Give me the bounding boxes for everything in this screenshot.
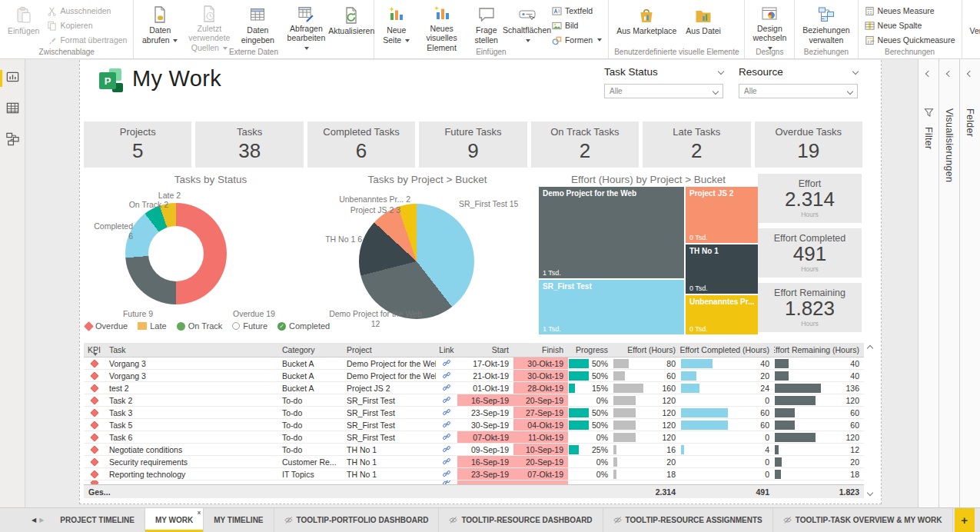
- treemap-node-sr-first-test[interactable]: SR_First Test 1 Tsd.: [539, 280, 684, 334]
- column-header-category[interactable]: Category: [277, 343, 342, 357]
- slicer-header[interactable]: Task Status: [604, 64, 723, 79]
- chevron-down-icon[interactable]: [713, 88, 719, 94]
- link-cell[interactable]: [436, 431, 457, 443]
- schaltflächen-button[interactable]: Schaltflächen: [506, 2, 548, 46]
- table-row[interactable]: Task 2 To-do SR_First Test 16-Sep-19 20-…: [84, 394, 864, 407]
- link-cell[interactable]: [436, 407, 457, 418]
- link-cell[interactable]: [436, 444, 457, 455]
- card-effort[interactable]: Effort 2.314 Hours: [758, 174, 862, 223]
- link-cell[interactable]: [436, 419, 457, 431]
- link-icon[interactable]: [442, 420, 451, 431]
- link-icon[interactable]: [442, 432, 451, 443]
- column-header-finish[interactable]: Finish: [513, 343, 568, 357]
- link-cell[interactable]: [436, 370, 457, 381]
- kpi-card-overdue-tasks[interactable]: Overdue Tasks 19: [755, 121, 862, 168]
- link-icon[interactable]: [442, 444, 451, 455]
- aus-marketplace-button[interactable]: Aus Marketplace: [613, 2, 680, 46]
- table-row[interactable]: Security requirements Customer Re... TH …: [84, 456, 864, 468]
- kpi-card-tasks[interactable]: Tasks 38: [195, 121, 303, 168]
- legend-item-overdue[interactable]: Overdue: [85, 321, 128, 331]
- link-icon[interactable]: [442, 371, 451, 381]
- link-icon[interactable]: [442, 395, 451, 406]
- aus-datei-button[interactable]: Aus Datei: [682, 2, 725, 46]
- link-cell[interactable]: [436, 394, 457, 406]
- link-icon[interactable]: [442, 457, 451, 467]
- table-row[interactable]: Reporting technology IT Topics TH No 1 2…: [84, 468, 864, 480]
- neues-visuelles-element-button[interactable]: Neues visuelles Element: [417, 2, 467, 46]
- kpi-card-future-tasks[interactable]: Future Tasks 9: [419, 121, 527, 168]
- design-wechseln-button[interactable]: Design wechseln: [749, 2, 790, 46]
- table-row[interactable]: Negotiate conditions To-do TH No 1 09-Se…: [84, 444, 864, 456]
- report-view-button[interactable]: [0, 68, 25, 88]
- table-row[interactable]: Task 3 To-do SR_First Test 23-Sep-19 27-…: [84, 407, 864, 419]
- neue-seite-button[interactable]: Neue Seite: [378, 2, 415, 46]
- link-cell[interactable]: [436, 382, 457, 394]
- pie-chart[interactable]: [359, 204, 474, 319]
- slicer-header[interactable]: Resource: [739, 64, 858, 79]
- column-header-task[interactable]: Task: [105, 343, 277, 357]
- scroll-up-icon[interactable]: [867, 345, 873, 351]
- new-page-button[interactable]: +: [955, 508, 975, 532]
- treemap-node-project-js-2[interactable]: Project JS 2 0 Tsd.: [686, 187, 758, 243]
- tab-my-work[interactable]: MY WORKx: [145, 508, 204, 532]
- tab-project-timeline[interactable]: PROJECT TIMELINE: [50, 508, 145, 532]
- legend-item-future[interactable]: Future: [232, 321, 267, 331]
- model-view-button[interactable]: [0, 130, 25, 150]
- panel-expand-icon[interactable]: [946, 71, 952, 77]
- column-header-effort-hours[interactable]: Effort (Hours): [613, 343, 680, 357]
- treemap-node-demo-project-for-the-web[interactable]: Demo Project for the Web 1 Tsd.: [539, 187, 684, 278]
- slicer-dropdown[interactable]: Alle: [739, 84, 858, 98]
- column-header-project[interactable]: Project: [342, 343, 436, 357]
- frage-stellen-button[interactable]: Frage stellen: [468, 2, 504, 46]
- tab-nav-forward-icon[interactable]: ▶: [39, 517, 44, 524]
- column-header-kpi[interactable]: KPI: [84, 343, 105, 357]
- treemap-node-th-no-1[interactable]: TH No 1 0 Tsd.: [686, 244, 758, 294]
- neues-quickmeasure-button[interactable]: Neues Quickmeasure: [862, 33, 958, 47]
- panel-expand-icon[interactable]: [967, 71, 973, 77]
- kpi-card-completed-tasks[interactable]: Completed Tasks 6: [307, 121, 415, 168]
- table-scrollbar[interactable]: [865, 343, 875, 498]
- neue-spalte-button[interactable]: Neue Spalte: [862, 18, 958, 32]
- kpi-card-projects[interactable]: Projects 5: [84, 121, 191, 168]
- tab-tooltip-task-overview-my-work[interactable]: TOOLTIP-TASK OVERVIEW & MY WORK: [773, 508, 953, 532]
- data-view-button[interactable]: [0, 99, 25, 119]
- daten-abrufen-button[interactable]: Daten abrufen: [138, 2, 182, 46]
- table-row[interactable]: Task 5 To-do SR_First Test 30-Sep-19 04-…: [84, 419, 864, 431]
- chevron-down-icon[interactable]: [852, 68, 859, 75]
- chevron-down-icon[interactable]: [718, 68, 724, 75]
- kpi-card-on-track-tasks[interactable]: On Track Tasks 2: [531, 121, 639, 168]
- legend-item-on-track[interactable]: On Track: [177, 321, 223, 331]
- tab-tooltip-resource-dashboard[interactable]: TOOLTIP-RESOURCE DASHBOARD: [439, 508, 603, 532]
- tab-close-icon[interactable]: x: [198, 509, 201, 516]
- column-header-effort-remaining-hours[interactable]: Effort Remaining (Hours): [774, 343, 864, 357]
- column-header-start[interactable]: Start: [457, 343, 513, 357]
- aktualisieren-button[interactable]: Aktualisieren: [334, 2, 370, 46]
- scroll-down-icon[interactable]: [867, 490, 873, 496]
- tab-tooltip-resource-assignments[interactable]: TOOLTIP-RESOURCE ASSIGNMENTS: [603, 508, 773, 532]
- tab-tooltip-portfolio-dashboard[interactable]: TOOLTIP-PORTFOLIO DASHBOARD: [274, 508, 440, 532]
- link-icon[interactable]: [442, 358, 451, 369]
- table-row[interactable]: test 2 Bucket A Project JS 2 01-Okt-19 2…: [84, 382, 864, 394]
- column-header-effort-completed-hours[interactable]: Effort Completed (Hours): [680, 343, 774, 357]
- column-header-link[interactable]: Link: [436, 343, 457, 357]
- panel-expand-icon[interactable]: [925, 71, 932, 77]
- treemap-node-unbenanntes-pr[interactable]: Unbenanntes Pr... 0 Tsd.: [686, 295, 758, 334]
- slicer-dropdown[interactable]: Alle: [604, 84, 723, 98]
- link-cell[interactable]: [436, 456, 457, 467]
- tab-my-timeline[interactable]: MY TIMELINE: [204, 508, 274, 532]
- table-row[interactable]: Vorgang 3 Bucket A Demo Project for the …: [84, 370, 864, 382]
- kpi-card-late-tasks[interactable]: Late Tasks 2: [643, 121, 750, 168]
- table-row[interactable]: Task 6 To-do SR_First Test 07-Okt-19 11-…: [84, 431, 864, 444]
- table-row[interactable]: Vorgang 3 Bucket A Demo Project for the …: [84, 357, 864, 370]
- bild-button[interactable]: Bild: [550, 18, 604, 32]
- link-cell[interactable]: [436, 468, 457, 480]
- neues-measure-button[interactable]: Neues Measure: [862, 4, 958, 18]
- link-cell[interactable]: [436, 357, 457, 369]
- card-effort-completed[interactable]: Effort Completed 491 Hours: [758, 228, 862, 278]
- link-icon[interactable]: [442, 407, 451, 418]
- formen-button[interactable]: Formen: [550, 33, 604, 47]
- column-header-progress[interactable]: Progress: [568, 343, 613, 357]
- link-icon[interactable]: [442, 469, 451, 480]
- veröffentlichen-button[interactable]: Veröffentlichen: [966, 2, 980, 46]
- abfragen-bearbeiten-button[interactable]: Abfragen bearbeiten: [281, 2, 332, 46]
